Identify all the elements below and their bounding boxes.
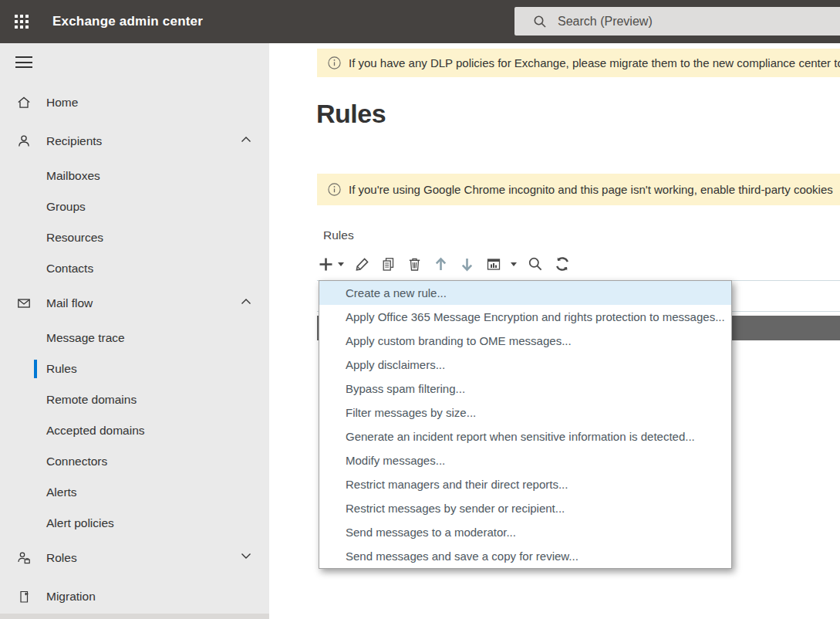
sidebar-item-label: Recipients [46,134,102,148]
sidebar-item-groups[interactable]: Groups [0,194,269,220]
person-icon [16,134,32,149]
page-title: Rules [316,99,386,129]
report-dropdown-caret-icon [511,262,517,266]
new-rule-dropdown-menu: Create a new rule... Apply Office 365 Me… [319,280,732,569]
selected-indicator [34,360,37,378]
sidebar-item-label: Alert policies [46,516,114,530]
add-icon [318,256,334,272]
arrow-up-icon [433,256,449,272]
sidebar-item-home[interactable]: Home [0,90,269,116]
hamburger-menu-icon[interactable] [15,56,32,69]
chevron-up-icon [241,298,251,305]
sidebar-item-label: Groups [46,200,86,214]
sidebar-item-label: Mailboxes [46,169,100,183]
search-rules-button[interactable] [527,255,544,272]
chevron-up-icon [241,136,251,143]
delete-button[interactable] [407,256,423,272]
refresh-icon [554,255,571,272]
app-launcher-waffle-icon[interactable] [13,13,30,30]
suite-header: Exchange admin center [0,0,840,43]
add-button[interactable] [318,256,344,272]
sidebar-item-label: Rules [46,362,77,376]
info-icon [328,183,341,196]
move-up-button[interactable] [433,256,449,272]
sidebar-item-alerts[interactable]: Alerts [0,479,269,506]
sidebar-item-label: Alerts [46,485,77,499]
add-dropdown-caret-icon [338,262,344,266]
sidebar-item-connectors[interactable]: Connectors [0,448,269,475]
sidebar-item-label: Roles [46,551,77,565]
info-banner-cookies: If you're using Google Chrome incognito … [317,174,840,205]
main-content: If you have any DLP policies for Exchang… [269,43,840,619]
sidebar-item-migration[interactable]: Migration [0,583,269,610]
sidebar-item-message-trace[interactable]: Message trace [0,325,269,351]
sidebar-item-accepted-domains[interactable]: Accepted domains [0,418,269,444]
sidebar-scroll-edge [0,614,269,619]
sidebar-item-label: Message trace [46,331,125,345]
sidebar-item-label: Accepted domains [46,424,145,438]
left-nav: Home Recipients Mailboxes Groups Resourc… [0,43,269,619]
menu-item-ome-branding[interactable]: Apply custom branding to OME messages... [319,329,731,353]
sidebar-item-mail-flow[interactable]: Mail flow [0,290,269,316]
sidebar-item-remote-domains[interactable]: Remote domains [0,387,269,413]
menu-item-restrict-managers[interactable]: Restrict managers and their direct repor… [319,472,731,496]
trash-icon [407,256,423,272]
banner-text: If you're using Google Chrome incognito … [349,183,833,196]
banner-text: If you have any DLP policies for Exchang… [349,56,840,69]
sidebar-item-label: Connectors [46,455,107,468]
sidebar-item-label: Resources [46,231,103,245]
sidebar-item-label: Contacts [46,262,93,276]
mail-icon [16,296,32,311]
sidebar-item-roles[interactable]: Roles [0,545,269,571]
app-title: Exchange admin center [52,0,203,43]
menu-item-save-copy-for-review[interactable]: Send messages and save a copy for review… [319,544,731,568]
search-icon [533,15,547,29]
sidebar-item-label: Remote domains [46,393,137,407]
sidebar-item-resources[interactable]: Resources [0,225,269,251]
sidebar-item-label: Mail flow [46,296,93,310]
info-banner-dlp: If you have any DLP policies for Exchang… [317,49,840,77]
sidebar-item-mailboxes[interactable]: Mailboxes [0,163,269,189]
sidebar-item-recipients[interactable]: Recipients [0,128,269,154]
report-icon [485,256,502,272]
menu-item-apply-disclaimers[interactable]: Apply disclaimers... [319,353,731,377]
search-input[interactable] [547,7,840,36]
menu-item-restrict-sender-recipient[interactable]: Restrict messages by sender or recipient… [319,496,731,520]
move-down-button[interactable] [459,256,475,272]
menu-item-send-to-moderator[interactable]: Send messages to a moderator... [319,520,731,544]
menu-item-modify-messages[interactable]: Modify messages... [319,448,731,472]
menu-item-bypass-spam[interactable]: Bypass spam filtering... [319,377,731,401]
list-caption: Rules [323,228,354,242]
menu-item-create-new-rule[interactable]: Create a new rule... [319,281,731,305]
menu-item-filter-by-size[interactable]: Filter messages by size... [319,401,731,425]
chevron-down-icon [241,553,251,560]
sidebar-item-alert-policies[interactable]: Alert policies [0,510,269,536]
copy-button[interactable] [380,256,396,272]
magnifier-icon [527,255,544,272]
menu-item-ome-encryption[interactable]: Apply Office 365 Message Encryption and … [319,305,731,329]
sidebar-item-rules[interactable]: Rules [0,356,269,382]
search-box[interactable] [514,7,840,36]
edit-button[interactable] [354,256,370,272]
edit-pencil-icon [354,256,370,272]
menu-item-incident-report[interactable]: Generate an incident report when sensiti… [319,425,731,448]
rules-toolbar [318,249,571,279]
sidebar-item-contacts[interactable]: Contacts [0,255,269,282]
migration-icon [16,589,32,604]
sidebar-item-label: Home [46,96,78,110]
sidebar-item-label: Migration [46,590,96,604]
info-icon [328,56,341,69]
copy-icon [380,256,396,272]
arrow-down-icon [459,256,475,272]
home-icon [16,95,32,110]
refresh-button[interactable] [554,255,571,272]
roles-icon [16,550,32,566]
report-button[interactable] [485,256,517,272]
